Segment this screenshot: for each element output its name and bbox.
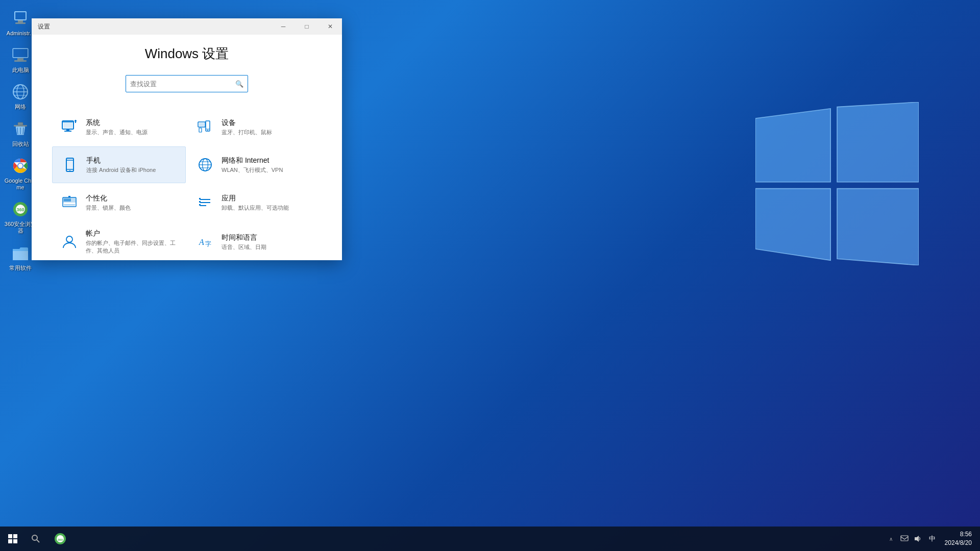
accounts-name: 帐户 (86, 229, 178, 238)
personalization-name: 个性化 (86, 194, 131, 203)
desktop: Administr... 此电脑 (0, 0, 980, 551)
settings-item-devices[interactable]: 设备 蓝牙、打印机、鼠标 (188, 109, 322, 145)
settings-main-title: Windows 设置 (52, 45, 322, 63)
taskbar-tray: ∧ (885, 527, 924, 551)
phone-icon (61, 156, 79, 174)
settings-item-accounts[interactable]: 帐户 你的帐户、电子邮件、同步设置、工作、其他人员 (52, 222, 186, 260)
settings-item-apps[interactable]: 应用 卸载、默认应用、可选功能 (188, 184, 322, 221)
taskbar-360-icon: 360 (54, 533, 66, 545)
thispc-icon (10, 45, 31, 65)
system-desc: 显示、声音、通知、电源 (86, 129, 148, 136)
svg-marker-76 (915, 536, 919, 542)
clock-time: 8:56 (960, 530, 972, 539)
system-name: 系统 (86, 118, 148, 128)
svg-rect-69 (13, 539, 17, 543)
svg-rect-61 (199, 201, 201, 203)
time-lang-name: 时间和语言 (222, 233, 266, 242)
network-text: 网络和 Internet WLAN、飞行模式、VPN (222, 156, 283, 174)
settings-item-phone[interactable]: 手机 连接 Android 设备和 iPhone (52, 146, 186, 183)
svg-rect-29 (13, 251, 28, 260)
svg-rect-75 (901, 536, 908, 541)
maximize-button[interactable]: □ (295, 18, 318, 35)
svg-text:360: 360 (16, 207, 24, 212)
phone-desc: 连接 Android 设备和 iPhone (86, 166, 156, 174)
titlebar-controls: ─ □ ✕ (272, 18, 342, 35)
windows-logo (755, 102, 919, 265)
settings-item-system[interactable]: 系统 显示、声音、通知、电源 (52, 109, 186, 145)
taskbar-search-button[interactable] (26, 527, 46, 551)
network-label: 网络 (15, 104, 26, 110)
svg-rect-33 (66, 129, 69, 131)
tray-volume-icon[interactable] (912, 527, 924, 551)
minimize-button[interactable]: ─ (272, 18, 295, 35)
search-icon[interactable]: 🔍 (235, 80, 243, 88)
thispc-label: 此电脑 (12, 67, 29, 73)
svg-rect-6 (18, 20, 23, 22)
svg-text:字: 字 (205, 240, 211, 247)
apps-text: 应用 卸载、默认应用、可选功能 (222, 194, 289, 212)
recycle-icon (10, 119, 31, 139)
taskbar-lang[interactable]: 中 (927, 534, 938, 543)
svg-marker-1 (837, 102, 919, 182)
personalization-desc: 背景、锁屏、颜色 (86, 204, 131, 212)
devices-icon (196, 118, 214, 136)
start-button[interactable] (0, 527, 26, 551)
accounts-text: 帐户 你的帐户、电子邮件、同步设置、工作、其他人员 (86, 229, 178, 255)
search-box-wrap: 🔍 (52, 75, 322, 92)
network-name: 网络和 Internet (222, 156, 283, 165)
network-settings-icon (196, 156, 214, 174)
time-lang-text: 时间和语言 语音、区域、日期 (222, 233, 266, 251)
svg-text:A: A (199, 238, 204, 246)
svg-point-24 (18, 163, 23, 168)
personalization-icon (60, 193, 79, 212)
titlebar-title: 设置 (38, 22, 272, 31)
settings-item-time-lang[interactable]: A 字 时间和语言 语音、区域、日期 (188, 222, 322, 260)
admin-icon (10, 8, 31, 29)
search-box[interactable]: 🔍 (126, 75, 248, 92)
svg-rect-38 (199, 123, 204, 126)
svg-marker-2 (755, 189, 830, 261)
settings-item-personalization[interactable]: 个性化 背景、锁屏、颜色 (52, 184, 186, 221)
svg-rect-55 (68, 196, 70, 197)
system-text: 系统 显示、声音、通知、电源 (86, 118, 148, 136)
svg-rect-56 (64, 198, 71, 202)
svg-marker-0 (755, 109, 830, 182)
search-input[interactable] (130, 80, 235, 88)
accounts-desc: 你的帐户、电子邮件、同步设置、工作、其他人员 (86, 239, 178, 255)
chrome-icon (10, 156, 31, 176)
phone-text: 手机 连接 Android 设备和 iPhone (86, 156, 156, 174)
network-icon (10, 82, 31, 102)
apps-desc: 卸载、默认应用、可选功能 (222, 204, 289, 212)
tray-message-icon[interactable] (898, 527, 911, 551)
svg-rect-7 (15, 22, 26, 24)
svg-text:360: 360 (58, 538, 63, 541)
svg-rect-60 (199, 198, 201, 199)
svg-rect-34 (64, 131, 71, 132)
common-icon (10, 243, 31, 263)
svg-rect-68 (8, 539, 12, 543)
system-icon (60, 118, 79, 136)
accounts-icon (60, 233, 79, 251)
common-label: 常用软件 (9, 265, 32, 271)
taskbar-apps: 360 (48, 527, 72, 551)
360-icon: 360 (10, 199, 31, 219)
devices-desc: 蓝牙、打印机、鼠标 (222, 129, 272, 136)
apps-name: 应用 (222, 194, 289, 203)
tray-arrow-icon[interactable]: ∧ (885, 527, 897, 551)
svg-rect-10 (17, 58, 23, 60)
time-lang-icon: A 字 (196, 233, 214, 251)
svg-rect-31 (63, 122, 72, 128)
taskbar-app-360[interactable]: 360 (48, 527, 72, 551)
svg-point-46 (69, 170, 70, 171)
svg-rect-54 (64, 204, 75, 206)
close-button[interactable]: ✕ (318, 18, 342, 35)
settings-item-network[interactable]: 网络和 Internet WLAN、飞行模式、VPN (188, 146, 322, 183)
svg-marker-3 (837, 189, 919, 265)
svg-point-41 (207, 130, 208, 131)
settings-window: 设置 ─ □ ✕ Windows 设置 🔍 (32, 18, 342, 260)
taskbar-clock[interactable]: 8:56 2024/8/20 (941, 527, 976, 551)
time-lang-desc: 语音、区域、日期 (222, 243, 266, 251)
clock-date: 2024/8/20 (945, 539, 972, 547)
svg-rect-62 (199, 204, 201, 206)
phone-name: 手机 (86, 156, 156, 165)
